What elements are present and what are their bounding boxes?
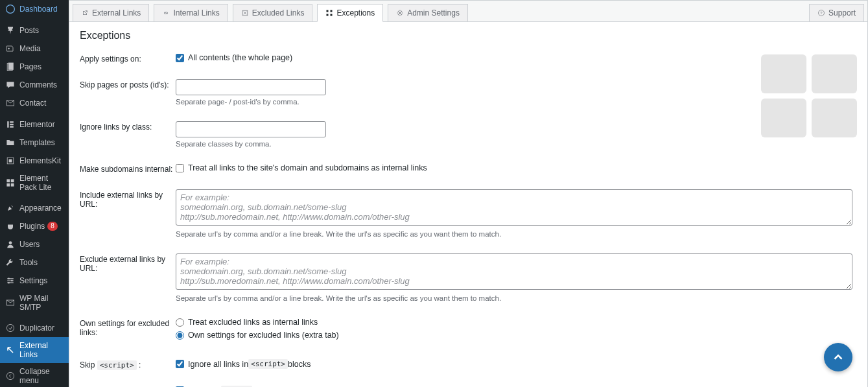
sidebar-item-wp-mail-smtp[interactable]: WP Mail SMTP <box>0 290 69 316</box>
sidebar-label: Element Pack Lite <box>19 174 64 192</box>
checkbox-subdomains[interactable]: Treat all links to the site's domain and… <box>176 163 857 172</box>
sidebar-item-settings[interactable]: Settings <box>0 272 69 290</box>
content: Exceptions Apply settings on: All conten… <box>69 22 867 387</box>
media-icon <box>5 43 16 54</box>
exclude-external-textarea[interactable] <box>176 253 852 290</box>
svg-point-15 <box>9 241 12 244</box>
checkbox-subdomains-input[interactable] <box>176 164 184 172</box>
sidebar-label: Posts <box>19 26 39 35</box>
tab-label: Admin Settings <box>407 8 460 18</box>
scroll-top-button[interactable] <box>824 343 852 371</box>
sidebar-item-tools[interactable]: Tools <box>0 253 69 272</box>
duplicator-icon <box>5 323 16 333</box>
sidebar-item-collapse[interactable]: Collapse menu <box>0 363 69 387</box>
sidebar-item-appearance[interactable]: Appearance <box>0 199 69 217</box>
tab-external-links[interactable]: External Links <box>73 4 149 21</box>
svg-rect-11 <box>6 179 10 182</box>
sidebar-item-templates[interactable]: Templates <box>0 134 69 152</box>
sidebar-item-element-pack-lite[interactable]: Element Pack Lite <box>0 170 69 196</box>
sidebar-item-elementskit[interactable]: ElementsKit <box>0 152 69 170</box>
checkbox-skip-script-input[interactable] <box>176 360 184 368</box>
sidebar-label: Comments <box>19 80 57 89</box>
sidebar-item-dashboard[interactable]: Dashboard <box>0 0 69 18</box>
svg-point-17 <box>11 280 12 281</box>
svg-rect-25 <box>327 14 329 16</box>
sidebar-item-contact[interactable]: Contact <box>0 94 69 112</box>
sidebar-label: Elementor <box>19 120 55 129</box>
page-title: Exceptions <box>80 30 857 41</box>
external-icon <box>81 9 89 17</box>
dashboard-icon <box>5 4 16 14</box>
checkbox-skip-script[interactable]: Ignore all links in <script> blocks <box>176 359 857 369</box>
tab-internal-links[interactable]: Internal Links <box>154 4 228 21</box>
label-own-settings: Own settings for excluded links: <box>80 318 176 337</box>
svg-text:?: ? <box>820 11 823 15</box>
external-link-icon <box>5 345 16 355</box>
sidebar-label: Collapse menu <box>19 367 64 385</box>
tab-excluded-links[interactable]: Excluded Links <box>233 4 313 21</box>
svg-point-27 <box>399 12 401 14</box>
label-subdomains: Make subdomains internal: <box>80 163 176 174</box>
sidebar-item-users[interactable]: Users <box>0 235 69 253</box>
settings-icon <box>5 276 16 286</box>
svg-point-16 <box>8 278 9 279</box>
sidebar-item-pages[interactable]: Pages <box>0 58 69 76</box>
svg-point-18 <box>8 282 9 283</box>
sidebar-label: Plugins <box>19 222 45 231</box>
svg-rect-3 <box>8 63 14 70</box>
kit-icon <box>5 156 16 166</box>
exceptions-icon <box>325 9 333 17</box>
mail-icon <box>5 298 16 308</box>
sidebar-label: WP Mail SMTP <box>19 294 64 312</box>
label-ignore-class: Ignore links by class: <box>80 121 176 132</box>
sidebar-item-elementor[interactable]: Elementor <box>0 115 69 134</box>
ignore-class-input[interactable] <box>176 121 326 137</box>
help-exclude-ext: Separate url's by comma and/or a line br… <box>176 294 857 302</box>
sidebar-label: Appearance <box>19 204 62 213</box>
sidebar-item-plugins[interactable]: Plugins8 <box>0 217 69 235</box>
sidebar-label: Media <box>19 44 41 53</box>
sidebar-label: External Links <box>19 341 64 359</box>
svg-rect-8 <box>10 126 14 127</box>
plug-icon <box>5 221 16 231</box>
radio-treat-internal-input[interactable] <box>176 318 184 327</box>
checkbox-all-contents[interactable]: All contents (the whole page) <box>176 53 857 62</box>
label-apply-on: Apply settings on: <box>80 53 176 64</box>
pin-icon <box>5 25 16 36</box>
radio-treat-internal[interactable]: Treat excluded links as internal links <box>176 318 857 327</box>
main-panel: External Links Internal Links Excluded L… <box>69 0 868 387</box>
tab-label: External Links <box>92 8 141 18</box>
thumbnail-placeholder <box>812 54 857 93</box>
mail-icon <box>5 98 16 108</box>
thumbnail-placeholder <box>761 99 806 137</box>
checkbox-all-contents-input[interactable] <box>176 54 184 62</box>
svg-point-20 <box>6 324 14 331</box>
sidebar-item-media[interactable]: Media <box>0 40 69 58</box>
tab-exceptions[interactable]: Exceptions <box>317 4 383 22</box>
sidebar-item-duplicator[interactable]: Duplicator <box>0 319 69 337</box>
skip-pages-input[interactable] <box>176 79 326 95</box>
sidebar-item-external-links[interactable]: External Links <box>0 337 69 363</box>
sidebar-label: Tools <box>19 258 38 267</box>
label-skip-pages: Skip pages or posts (id's): <box>80 79 176 89</box>
radio-own-settings[interactable]: Own settings for excluded links (extra t… <box>176 331 857 340</box>
label-skip-script: Skip <script> : <box>80 359 176 369</box>
tab-label: Internal Links <box>173 8 219 18</box>
sidebar-item-posts[interactable]: Posts <box>0 21 69 40</box>
sidebar-label: Pages <box>19 62 41 71</box>
radio-own-settings-input[interactable] <box>176 331 184 340</box>
tab-admin-settings[interactable]: Admin Settings <box>388 4 468 21</box>
svg-rect-26 <box>331 14 333 16</box>
sidebar-label: Contact <box>19 99 46 108</box>
svg-rect-6 <box>10 121 14 123</box>
include-external-textarea[interactable] <box>176 189 852 226</box>
excluded-icon <box>241 9 249 17</box>
svg-rect-13 <box>6 183 10 187</box>
plugins-update-badge: 8 <box>47 222 58 231</box>
comment-icon <box>5 80 16 90</box>
tab-support[interactable]: ?Support <box>809 4 864 21</box>
sidebar-label: Duplicator <box>19 323 54 333</box>
sidebar-item-comments[interactable]: Comments <box>0 76 69 94</box>
collapse-icon <box>5 371 16 381</box>
sidebar-label: Templates <box>19 138 55 147</box>
